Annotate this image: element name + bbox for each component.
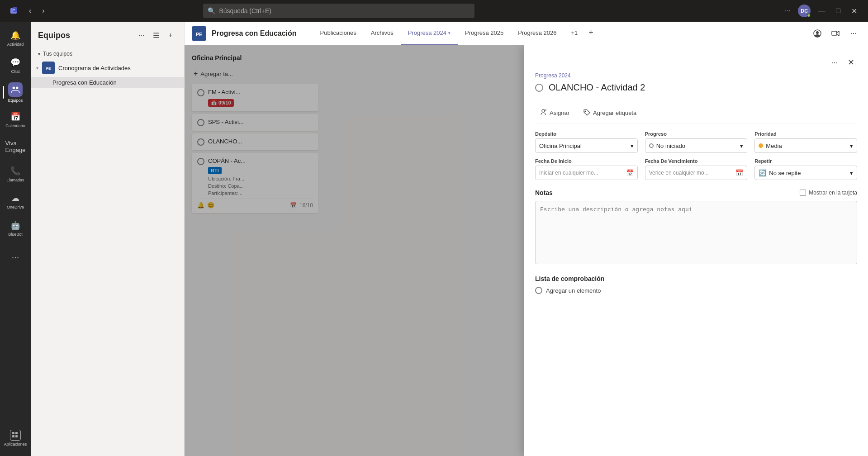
task-complete-checkbox[interactable] (535, 84, 543, 92)
svg-text:PE: PE (46, 66, 51, 71)
sidebar-item-actividad[interactable]: 🔔 Actividad (3, 25, 28, 51)
channel-progresa-con-educacion[interactable]: Progresa con Educación (31, 77, 184, 88)
user-status-indicator (807, 14, 811, 17)
svg-rect-8 (15, 435, 18, 437)
add-checklist-item-button[interactable]: Agregar un elemento (535, 287, 857, 294)
panel-close-button[interactable]: ✕ (844, 56, 857, 69)
notes-textarea[interactable] (535, 201, 857, 264)
tab-label: Publicaciones (320, 29, 356, 36)
tab-archivos[interactable]: Archivos (364, 22, 401, 45)
back-button[interactable]: ‹ (25, 5, 35, 17)
svg-rect-5 (12, 432, 14, 434)
field-fecha-vencimiento: Fecha de vencimiento Vence en cualquier … (645, 158, 748, 180)
repetir-select[interactable]: 🔄 No se repite ▾ (754, 166, 857, 180)
field-repetir: Repetir 🔄 No se repite ▾ (754, 158, 857, 180)
tab-label: Progresa 2026 (518, 29, 556, 36)
maximize-button[interactable]: □ (832, 5, 844, 17)
fecha-inicio-input[interactable]: Iniciar en cualquier mo... 📅 (535, 166, 638, 180)
task-detail-overlay: ··· ✕ Progresa 2024 OLANCHO - Actividad … (185, 45, 868, 456)
notes-section: Notas Mostrar en la tarjeta (535, 189, 857, 266)
add-tab-button[interactable]: + (585, 22, 597, 45)
sidebar-add-button[interactable]: + (164, 29, 177, 42)
fecha-vencimiento-input[interactable]: Vence en cualquier mo... 📅 (645, 166, 748, 180)
calendario-label: Calendario (5, 124, 25, 128)
checklist-label: Lista de comprobación (535, 275, 857, 282)
user-avatar[interactable]: DC (798, 5, 811, 17)
sidebar-item-equipos[interactable]: Equipos (3, 80, 28, 105)
add-tag-button[interactable]: Agregar etiqueta (579, 106, 641, 120)
sidebar-item-chat[interactable]: 💬 Chat (3, 52, 28, 78)
active-indicator (3, 86, 4, 99)
tag-icon (583, 109, 590, 117)
onedrive-icon: ☁ (10, 193, 21, 204)
sidebar: Equipos ··· ☰ + ▾ Tus equipos ▾ (31, 22, 185, 456)
sidebar-item-aplicaciones[interactable]: Aplicaciones (3, 425, 28, 451)
svg-text:T: T (13, 9, 15, 12)
panel-tag: Progresa 2024 (535, 72, 857, 79)
sidebar-filter-button[interactable]: ☰ (150, 29, 162, 42)
svg-point-3 (13, 86, 15, 89)
sidebar-item-calendario[interactable]: 📅 Calendario (3, 107, 28, 132)
tab-publicaciones[interactable]: Publicaciones (313, 22, 364, 45)
bluebot-icon: 🤖 (10, 220, 21, 231)
add-element-label: Agregar un elemento (546, 287, 601, 294)
meeting-icon-button[interactable] (810, 26, 825, 41)
bluebot-label: BlueBot (8, 232, 23, 237)
more-options-button[interactable]: ··· (781, 5, 794, 17)
minimize-button[interactable]: — (814, 5, 829, 17)
tab-more-tabs[interactable]: +1 (564, 22, 585, 45)
calendario-icon: 📅 (10, 111, 21, 122)
channel-name: Progresa con Educación (52, 79, 117, 86)
sidebar-item-viva[interactable]: VivaEngage (3, 134, 28, 159)
channel-logo: PE (192, 26, 206, 41)
deposito-select[interactable]: Oficina Principal ▾ (535, 138, 638, 153)
team-name-cronograma: Cronograma de Actividades (58, 65, 131, 71)
your-teams-section[interactable]: ▾ Tus equipos (31, 49, 184, 59)
add-item-checkbox[interactable] (535, 287, 542, 294)
tab-progresa2026[interactable]: Progresa 2026 (511, 22, 564, 45)
search-box[interactable]: 🔍 Búsqueda (Ctrl+E) (203, 4, 474, 18)
sidebar-item-bluebot[interactable]: 🤖 BlueBot (3, 215, 28, 241)
tab-label: Archivos (371, 29, 394, 36)
chevron-down-icon: ▾ (850, 170, 853, 176)
fecha-vencimiento-label: Fecha de vencimiento (645, 158, 748, 164)
tab-progresa2025[interactable]: Progresa 2025 (458, 22, 511, 45)
field-progreso: Progreso No iniciado ▾ (645, 131, 748, 153)
forward-button[interactable]: › (38, 5, 48, 17)
assign-label: Asignar (550, 109, 569, 116)
sidebar-item-llamadas[interactable]: 📞 Llamadas (3, 161, 28, 186)
progreso-select[interactable]: No iniciado ▾ (645, 138, 748, 153)
channel-more-options-button[interactable]: ··· (846, 26, 861, 41)
panel-more-options-button[interactable]: ··· (828, 56, 841, 69)
left-navigation: 🔔 Actividad 💬 Chat Equipos (0, 22, 31, 456)
channel-title: Progresa con Educación (212, 29, 297, 38)
video-call-button[interactable] (828, 26, 843, 41)
your-teams-label: Tus equipos (43, 51, 72, 57)
viva-icon: VivaEngage (10, 141, 21, 152)
sidebar-more-options-button[interactable]: ··· (135, 29, 148, 42)
sidebar-item-onedrive[interactable]: ☁ OneDrive (3, 188, 28, 214)
status-circle-empty (649, 143, 654, 148)
actividad-label: Actividad (7, 42, 24, 47)
fecha-inicio-label: Fecha de inicio (535, 158, 638, 164)
tab-progresa2024[interactable]: Progresa 2024 ▾ (401, 22, 458, 45)
chat-label: Chat (11, 69, 19, 74)
svg-rect-15 (832, 31, 837, 35)
checklist-section: Lista de comprobación Agregar un element… (535, 275, 857, 294)
sidebar-more-button[interactable]: ··· (3, 244, 28, 270)
channel-header: PE Progresa con Educación Publicaciones … (185, 22, 868, 45)
assign-button[interactable]: Asignar (535, 106, 574, 120)
team-expand-icon: ▾ (36, 66, 38, 71)
close-button[interactable]: ✕ (848, 5, 861, 17)
task-detail-title[interactable]: OLANCHO - Actividad 2 (549, 82, 645, 93)
prioridad-select[interactable]: Media ▾ (754, 138, 857, 153)
show-on-card-checkbox[interactable] (800, 190, 806, 196)
repeat-icon: 🔄 (759, 169, 766, 176)
task-detail-panel: ··· ✕ Progresa 2024 OLANCHO - Actividad … (524, 45, 868, 456)
svg-point-21 (585, 111, 586, 112)
calendar-icon: 📅 (626, 169, 634, 176)
notes-label: Notas (535, 189, 553, 196)
team-cronograma[interactable]: ▾ PE Cronograma de Actividades (31, 59, 184, 77)
sidebar-title: Equipos (38, 31, 70, 40)
onedrive-label: OneDrive (7, 205, 24, 209)
